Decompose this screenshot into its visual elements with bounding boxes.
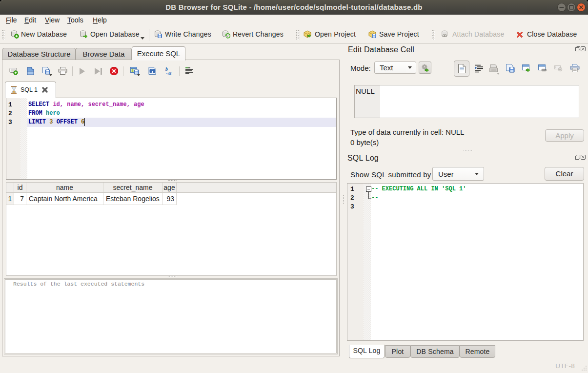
svg-text:a: a: [168, 69, 172, 76]
svg-text:b: b: [165, 66, 168, 72]
